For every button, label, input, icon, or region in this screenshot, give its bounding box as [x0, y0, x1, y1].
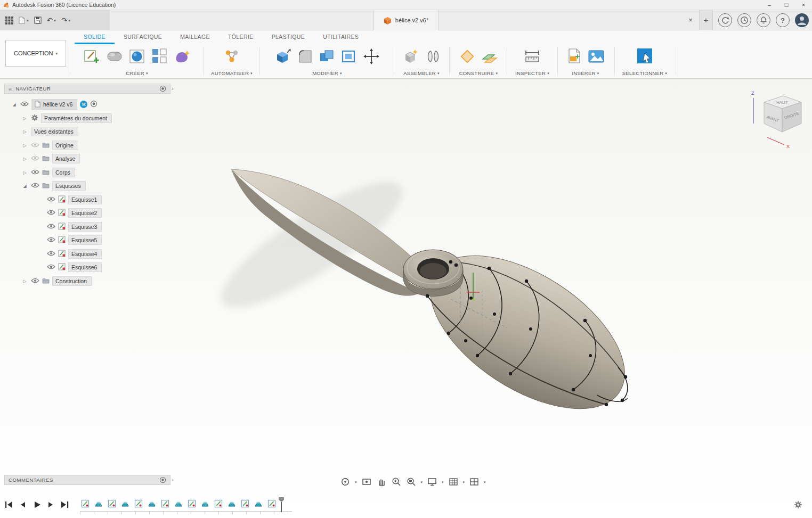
timeline-feature-loft-icon[interactable]: [94, 499, 103, 508]
combine-button[interactable]: [318, 47, 336, 65]
tree-item-esquisse2[interactable]: Esquisse2: [6, 207, 102, 219]
visibility-eye-icon[interactable]: [31, 278, 39, 284]
chevron-down-icon[interactable]: ▾: [355, 480, 357, 484]
visibility-eye-icon[interactable]: [47, 224, 55, 230]
visibility-eye-icon[interactable]: [47, 210, 55, 216]
group-label-inspecter[interactable]: INSPECTER▾: [515, 69, 549, 77]
timeline-feature-loft-icon[interactable]: [228, 499, 236, 508]
timeline-feature-sketch-icon[interactable]: [188, 499, 196, 508]
propeller-model[interactable]: [0, 79, 812, 518]
visibility-eye-icon[interactable]: [31, 155, 39, 162]
visibility-eye-icon[interactable]: [31, 142, 39, 149]
group-label-creer[interactable]: CRÉER▾: [126, 69, 148, 77]
visibility-eye-icon[interactable]: [31, 169, 39, 176]
settings-gear-button[interactable]: [794, 500, 802, 510]
chevron-down-icon[interactable]: ▾: [421, 480, 423, 484]
tree-item-origine[interactable]: ▷ Origine: [6, 139, 78, 151]
tree-item-esquisse1[interactable]: Esquisse1: [6, 194, 102, 205]
group-label-selectionner[interactable]: SÉLECTIONNER▾: [622, 69, 667, 77]
grid-display-button[interactable]: [448, 476, 459, 487]
expand-arrow-icon[interactable]: ▷: [21, 279, 28, 284]
fillet-button[interactable]: [296, 47, 314, 65]
panel-expand-icon[interactable]: ›: [172, 476, 174, 483]
timeline-feature-sketch-icon[interactable]: [81, 499, 90, 508]
viewports-button[interactable]: [469, 476, 480, 487]
expand-arrow-icon[interactable]: ▷: [21, 170, 28, 175]
timeline-feature-sketch-icon[interactable]: [134, 499, 143, 508]
group-label-automatiser[interactable]: AUTOMATISER▾: [211, 69, 253, 77]
zoom-fit-button[interactable]: [406, 476, 417, 487]
timeline-feature-loft-icon[interactable]: [174, 499, 183, 508]
press-pull-button[interactable]: [273, 47, 293, 65]
timeline-marker[interactable]: [278, 497, 285, 513]
undo-button[interactable]: ↶ ▾: [47, 16, 56, 24]
timeline-feature-sketch-icon[interactable]: [241, 499, 249, 508]
tree-item-esquisse4[interactable]: Esquisse4: [6, 248, 102, 260]
group-label-assembler[interactable]: ASSEMBLER▾: [403, 69, 440, 77]
tab-plastique[interactable]: PLASTIQUE: [263, 30, 314, 44]
close-button[interactable]: ×: [795, 0, 812, 10]
sphere-primitive-button[interactable]: [128, 47, 147, 65]
file-menu-button[interactable]: ▾: [19, 17, 29, 24]
display-settings-button[interactable]: [427, 476, 437, 487]
tree-item-esquisses[interactable]: ◢ Esquisses: [6, 180, 86, 192]
tab-surfacique[interactable]: SURFACIQUE: [115, 30, 171, 44]
joint-button[interactable]: [424, 47, 442, 65]
extensions-button[interactable]: [718, 13, 732, 27]
zoom-button[interactable]: [391, 476, 402, 487]
visibility-eye-icon[interactable]: [47, 264, 55, 270]
select-button[interactable]: [634, 47, 655, 66]
shell-button[interactable]: [340, 47, 358, 65]
panel-expand-icon[interactable]: ›: [172, 85, 174, 92]
navigator-header[interactable]: « NAVIGATEUR: [4, 84, 170, 94]
panel-options-icon[interactable]: [159, 85, 166, 92]
chevron-down-icon[interactable]: ▾: [463, 480, 465, 484]
visibility-eye-icon[interactable]: [47, 237, 55, 243]
minimize-button[interactable]: –: [761, 0, 778, 10]
new-tab-button[interactable]: +: [699, 10, 713, 30]
visibility-eye-icon[interactable]: [47, 196, 55, 203]
help-button[interactable]: ?: [776, 13, 790, 27]
timeline-go-to-start-button[interactable]: [3, 499, 15, 510]
comments-panel-header[interactable]: COMMENTAIRES: [4, 475, 170, 485]
app-grid-button[interactable]: [5, 17, 13, 24]
pan-button[interactable]: [376, 476, 387, 487]
tree-item-analyse[interactable]: ▷ Analyse: [6, 153, 80, 165]
tree-item-corps[interactable]: ▷ Corps: [6, 167, 75, 178]
timeline-step-back-button[interactable]: [17, 499, 29, 510]
expand-arrow-icon[interactable]: ▷: [21, 157, 28, 161]
document-tab[interactable]: hélice v2 v6*: [373, 10, 439, 30]
chevron-down-icon[interactable]: ▾: [484, 480, 486, 484]
activate-radio-icon[interactable]: [90, 100, 98, 109]
save-button[interactable]: [34, 17, 42, 24]
timeline-feature-loft-icon[interactable]: [254, 499, 263, 508]
insert-derive-button[interactable]: [566, 47, 583, 65]
timeline-feature-sketch-icon[interactable]: [161, 499, 169, 508]
expand-arrow-icon[interactable]: ▷: [21, 116, 28, 121]
pattern-button[interactable]: [151, 47, 169, 65]
tree-item-esquisse5[interactable]: Esquisse5: [6, 234, 102, 246]
offset-plane-button[interactable]: [480, 47, 499, 65]
create-sketch-button[interactable]: [82, 47, 101, 65]
tree-item-esquisse3[interactable]: Esquisse3: [6, 221, 102, 233]
redo-button[interactable]: ↷ ▾: [61, 16, 70, 24]
group-label-inserer[interactable]: INSÉRER▾: [572, 69, 599, 77]
collapse-panel-icon[interactable]: «: [9, 86, 12, 92]
sculpt-button[interactable]: [173, 47, 192, 65]
form-button[interactable]: [105, 47, 124, 65]
timeline-step-forward-button[interactable]: [45, 499, 56, 510]
expand-arrow-icon[interactable]: ▷: [21, 129, 28, 134]
chevron-down-icon[interactable]: ▾: [442, 480, 444, 484]
timeline-feature-sketch-icon[interactable]: [267, 499, 276, 508]
navigator-root-row[interactable]: ◢ hélice v2 v6 R: [6, 98, 98, 110]
tab-maillage[interactable]: MAILLAGE: [171, 30, 219, 44]
new-component-button[interactable]: [401, 47, 420, 65]
automate-button[interactable]: [222, 47, 241, 65]
timeline-feature-sketch-icon[interactable]: [214, 499, 223, 508]
timeline-feature-loft-icon[interactable]: [201, 499, 209, 508]
viewcube[interactable]: Z X HAUT AVANT DROITE: [746, 86, 810, 150]
timeline-play-button[interactable]: [31, 499, 43, 510]
tree-item-vues[interactable]: ▷ Vues existantes: [6, 126, 78, 137]
tab-solide[interactable]: SOLIDE: [75, 30, 115, 44]
timeline-feature-loft-icon[interactable]: [148, 499, 156, 508]
